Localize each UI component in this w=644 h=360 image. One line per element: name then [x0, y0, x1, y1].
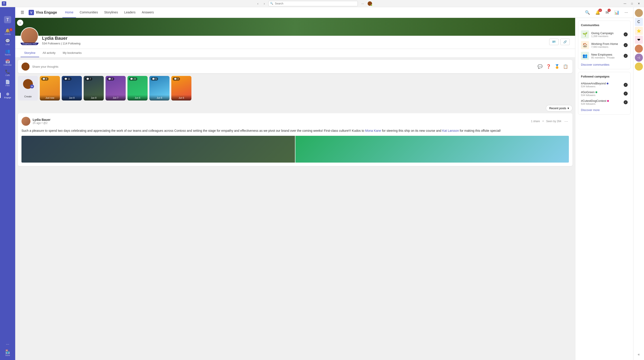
story-item-7[interactable]: 💬3 Jun 6: [171, 76, 192, 101]
messages-button[interactable]: ✉ 5: [605, 9, 610, 16]
nav-link-communities[interactable]: Communities: [77, 7, 100, 18]
campaign-name-above[interactable]: #AboveAndBeyond: [581, 82, 622, 85]
communities-section-title: Communities: [581, 23, 628, 27]
sidebar-item-files[interactable]: 📄 Files: [0, 78, 15, 88]
tab-storyline[interactable]: Storyline: [20, 49, 39, 57]
story-item-1[interactable]: 💬8 Just now: [40, 76, 60, 101]
post-author-name[interactable]: Lydia Bauer: [33, 118, 50, 122]
engage-icon: ⊕: [6, 92, 10, 96]
community-info-wfh: Working From Home 7,943 members: [591, 42, 622, 48]
search-input[interactable]: [268, 1, 358, 6]
sidebar-item-teams[interactable]: 👥 Teams: [0, 47, 15, 58]
hamburger-menu-button[interactable]: ☰: [20, 9, 25, 16]
recent-posts-button[interactable]: Recent posts ▾: [546, 105, 572, 111]
close-button[interactable]: ✕: [636, 1, 642, 6]
share-praise-button[interactable]: 🏅: [554, 63, 560, 70]
tab-all-activity[interactable]: All activity: [39, 49, 59, 57]
sidebar-item-activity[interactable]: 1 🔔 Activity: [0, 27, 15, 37]
post-time: 2h ago: [33, 122, 41, 125]
back-button[interactable]: ‹: [17, 20, 23, 26]
nav-link-leaders[interactable]: Leaders: [122, 7, 138, 18]
right-sidebar-item-c[interactable]: C: [635, 18, 643, 26]
community-name-new-employees[interactable]: New Employees: [591, 53, 622, 56]
nav-link-storylines[interactable]: Storylines: [102, 7, 120, 18]
post-body: Such a pleasure to spend two days celebr…: [22, 128, 569, 133]
profile-link-button[interactable]: 🔗: [560, 39, 570, 45]
sidebar-item-store[interactable]: 🏪 Store: [0, 348, 15, 358]
post-image-side: [296, 136, 569, 163]
maximize-button[interactable]: □: [629, 1, 635, 6]
campaign-check-above: ✓: [624, 83, 628, 87]
post-body-text-2: for steering this ship on its new course…: [381, 129, 442, 132]
browser-forward-button[interactable]: ›: [262, 1, 267, 6]
campaign-followers-dogs: 534 followers: [581, 103, 622, 105]
notifications-button[interactable]: 🔔 12: [594, 9, 601, 16]
campaign-check-gogreen: ✓: [624, 92, 628, 96]
window-more-button[interactable]: ···: [360, 1, 366, 6]
story-3-comments: 💬7: [85, 77, 92, 81]
right-sidebar-avatar-2[interactable]: [635, 45, 643, 53]
analytics-button[interactable]: 📊: [613, 9, 620, 16]
discover-more-campaigns-link[interactable]: Discover more: [581, 108, 628, 112]
post-card: Lydia Bauer 2h ago • @2 1 share • Seen b…: [18, 113, 572, 166]
viva-logo: V Viva Engage: [28, 10, 57, 15]
minimize-button[interactable]: —: [622, 1, 628, 6]
tab-my-bookmarks[interactable]: My bookmarks: [59, 49, 85, 57]
followers-count[interactable]: 534 Followers: [42, 42, 60, 45]
share-input[interactable]: [32, 65, 534, 68]
story-item-5[interactable]: 💬23 Jun 6: [128, 76, 148, 101]
right-sidebar-item-star[interactable]: ⭐: [635, 27, 643, 35]
share-chat-button[interactable]: 💬: [537, 63, 544, 70]
community-members-wfh: 7,943 members: [591, 45, 622, 48]
sidebar-item-calendar[interactable]: 📅 Calendar: [0, 58, 15, 68]
sidebar-item-calls[interactable]: 📞 Calls: [0, 68, 15, 78]
share-question-button[interactable]: ❓: [545, 63, 552, 70]
communities-section: Communities 🌱 Giving Campaign 1,268 memb…: [578, 20, 630, 69]
campaign-item-above: #AboveAndBeyond 534 followers ✓: [581, 80, 628, 89]
discover-communities-link[interactable]: Discover communities: [581, 63, 628, 66]
sidebar-item-more[interactable]: ···: [0, 340, 15, 348]
profile-avatar: [20, 27, 38, 45]
nav-link-answers[interactable]: Answers: [139, 7, 156, 18]
more-options-button[interactable]: ···: [624, 9, 629, 16]
sidebar-store-label: Store: [5, 354, 10, 357]
user-avatar[interactable]: [368, 1, 372, 6]
nav-link-home[interactable]: Home: [62, 7, 76, 18]
window-chrome: T ‹ › 🔍 ··· — □ ✕: [0, 0, 644, 7]
share-list-button[interactable]: 📋: [562, 63, 569, 70]
campaign-name-dogs[interactable]: #CutestDogContest: [581, 99, 622, 103]
story-item-2[interactable]: 💬11 Jun 8: [62, 76, 82, 101]
profile-card-button[interactable]: 🪪: [549, 39, 558, 45]
share-avatar: [22, 62, 30, 71]
sidebar-item-chat[interactable]: 💬 Chat: [0, 37, 15, 47]
window-chrome-center: ‹ › 🔍 ···: [6, 1, 622, 6]
campaign-name-gogreen[interactable]: #GoGreen: [581, 90, 622, 94]
campaign-followers-gogreen: 534 followers: [581, 94, 622, 96]
right-sidebar-avatar-heart[interactable]: ❤: [635, 36, 643, 44]
story-create-item[interactable]: + Create: [18, 76, 38, 101]
post-link-kat[interactable]: Kat Larsson: [442, 129, 459, 132]
community-name-wfh[interactable]: Working From Home: [591, 42, 622, 45]
following-count[interactable]: 114 Following: [62, 42, 80, 45]
post-more-button[interactable]: ⋯: [564, 118, 569, 124]
browser-back-button[interactable]: ‹: [256, 1, 260, 6]
story-item-6[interactable]: 💬5 Jun 6: [149, 76, 170, 101]
right-sidebar-collapse-button[interactable]: «: [638, 353, 640, 357]
post-mention: @2: [44, 122, 48, 125]
post-link-mona[interactable]: Mona Kane: [365, 129, 381, 132]
profile-stats: 534 Followers | 114 Following: [42, 42, 546, 45]
recent-posts-label: Recent posts: [549, 107, 566, 110]
story-item-4[interactable]: 💬2 Jun 7: [106, 76, 126, 101]
post-metadata: 2h ago • @2: [33, 122, 50, 125]
right-sidebar-avatar-3[interactable]: +2: [635, 54, 643, 62]
right-sidebar-avatar-1[interactable]: [635, 9, 643, 17]
story-item-3[interactable]: 💬7 Jun 8: [84, 76, 104, 101]
post-stats-bullet: •: [542, 120, 544, 123]
post-shares: 1 share: [531, 120, 540, 123]
community-name-giving[interactable]: Giving Campaign: [591, 31, 622, 35]
sidebar-item-engage[interactable]: ⊕ Engage: [0, 90, 15, 101]
search-button[interactable]: 🔍: [584, 9, 591, 16]
community-check-new-employees: ✓: [624, 54, 628, 58]
right-sidebar-avatar-4[interactable]: [635, 62, 643, 71]
community-members-new-employees: 85 members · Private: [591, 56, 622, 59]
